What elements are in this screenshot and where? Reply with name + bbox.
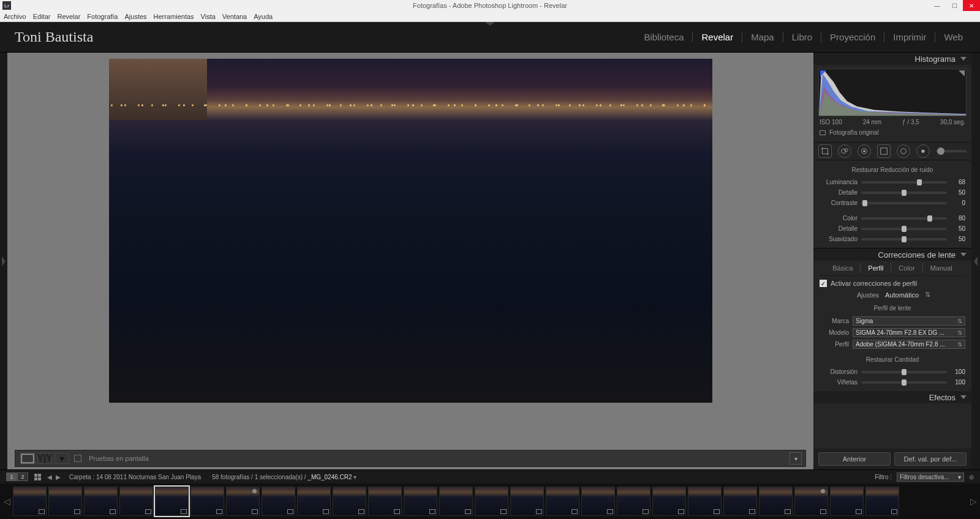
module-web[interactable]: Web — [935, 32, 963, 42]
loupe-view-button[interactable] — [20, 453, 35, 464]
filmstrip-thumbnail[interactable] — [581, 487, 615, 516]
menu-ventana[interactable]: Ventana — [222, 13, 247, 20]
filmstrip-thumbnail[interactable] — [652, 487, 686, 516]
filmstrip-thumbnail[interactable] — [617, 487, 650, 516]
original-photo-checkbox[interactable] — [820, 130, 826, 135]
color-noise-label: Color — [820, 215, 858, 222]
menu-archivo[interactable]: Archivo — [4, 13, 26, 20]
filmstrip-thumbnail[interactable] — [155, 487, 189, 516]
enable-profile-label: Activar correcciones de perfil — [831, 280, 917, 287]
filmstrip-thumbnail[interactable] — [368, 487, 402, 516]
brand-select[interactable]: Sigma⇅ — [853, 316, 965, 326]
image-canvas[interactable] — [15, 59, 806, 447]
filmstrip-thumbnail[interactable] — [546, 487, 579, 516]
graduated-filter-button[interactable] — [877, 144, 891, 158]
filter-select[interactable]: Filtros desactiva...▾ — [897, 472, 964, 482]
top-panel-toggle-icon[interactable] — [485, 22, 495, 26]
effects-panel-header[interactable]: Efectos — [813, 391, 971, 403]
lens-panel-header[interactable]: Correcciones de lente — [813, 248, 971, 261]
filmstrip-thumbnail[interactable] — [865, 487, 899, 516]
module-mapa[interactable]: Mapa — [742, 32, 783, 42]
crop-tool-button[interactable] — [818, 144, 832, 158]
filter-lock-icon[interactable]: ⊘ — [969, 474, 974, 480]
filmstrip-thumbnail[interactable] — [830, 487, 864, 516]
filmstrip-thumbnail[interactable] — [723, 487, 757, 516]
filmstrip-thumbnail[interactable] — [119, 487, 153, 516]
menu-vista[interactable]: Vista — [201, 13, 216, 20]
menu-herramientas[interactable]: Herramientas — [154, 13, 194, 20]
previous-button[interactable]: Anterior — [818, 452, 891, 466]
color-noise-slider[interactable] — [861, 217, 947, 220]
luminance-noise-slider[interactable] — [861, 181, 947, 184]
menu-ajustes[interactable]: Ajustes — [124, 13, 146, 20]
before-after-split-button[interactable]: ▾ — [55, 453, 69, 464]
module-libro[interactable]: Libro — [783, 32, 821, 42]
window-close-button[interactable]: ✕ — [963, 0, 980, 11]
filmstrip-thumbnail[interactable] — [759, 487, 793, 516]
color-noise-slider[interactable] — [861, 238, 947, 241]
grid-view-icon[interactable] — [34, 474, 41, 480]
adjust-stepper-icon[interactable]: ⇅ — [925, 291, 928, 299]
module-proyección[interactable]: Proyección — [821, 32, 884, 42]
filmstrip-thumbnail[interactable] — [439, 487, 473, 516]
histogram-graph[interactable] — [818, 69, 967, 116]
luminance-noise-slider[interactable] — [861, 192, 947, 194]
left-panel-collapsed[interactable] — [0, 53, 7, 469]
filmstrip-scroll-left[interactable]: ◁ — [2, 496, 11, 506]
lens-tab-básica[interactable]: Básica — [825, 263, 861, 273]
monitor-tab-2[interactable]: 2 — [17, 472, 28, 481]
monitor-tab-1[interactable]: 1 — [6, 472, 17, 481]
luminance-noise-slider[interactable] — [861, 202, 947, 204]
filmstrip-thumbnail[interactable] — [226, 487, 260, 516]
lens-amount-slider[interactable] — [861, 371, 947, 373]
filmstrip-thumbnail[interactable] — [262, 487, 295, 516]
nav-back-button[interactable]: ◀ — [47, 474, 52, 480]
filmstrip-thumbnail[interactable] — [190, 487, 224, 516]
filmstrip-thumbnail[interactable] — [297, 487, 331, 516]
model-select[interactable]: SIGMA 24-70mm F2.8 EX DG ...⇅ — [853, 328, 965, 337]
app-header: Toni Bautista BibliotecaRevelarMapaLibro… — [0, 22, 980, 53]
filmstrip-thumbnail[interactable] — [48, 487, 82, 516]
adjust-select[interactable]: Automático — [885, 291, 919, 299]
lens-tab-manual[interactable]: Manual — [923, 263, 960, 273]
toolbar-options-button[interactable]: ▾ — [790, 452, 802, 465]
redeye-tool-button[interactable] — [858, 144, 871, 158]
module-biblioteca[interactable]: Biblioteca — [635, 32, 693, 42]
profile-select[interactable]: Adobe (SIGMA 24-70mm F2.8 ...⇅ — [853, 340, 965, 349]
lens-tab-perfil[interactable]: Perfil — [861, 263, 891, 273]
enable-profile-checkbox[interactable]: ✓ — [820, 280, 827, 287]
radial-filter-button[interactable] — [897, 144, 910, 158]
soft-proof-checkbox[interactable] — [74, 455, 81, 462]
filmstrip-thumbnail[interactable] — [688, 487, 722, 516]
filmstrip-thumbnail[interactable] — [333, 487, 366, 516]
lens-amount-slider[interactable] — [861, 381, 947, 384]
lens-tab-color[interactable]: Color — [891, 263, 922, 273]
module-imprimir[interactable]: Imprimir — [884, 32, 935, 42]
spot-removal-button[interactable] — [838, 144, 851, 158]
filmstrip-thumbnail[interactable] — [510, 487, 544, 516]
menu-editar[interactable]: Editar — [33, 13, 51, 20]
histogram-panel-header[interactable]: Histograma — [813, 53, 971, 65]
mask-overlay-slider[interactable] — [936, 150, 967, 152]
window-minimize-button[interactable]: — — [929, 0, 946, 11]
adjustment-brush-button[interactable] — [916, 144, 930, 158]
nav-forward-button[interactable]: ▶ — [56, 474, 61, 480]
color-noise-slider[interactable] — [861, 228, 947, 230]
filmstrip-scroll-right[interactable]: ▷ — [969, 496, 978, 506]
filmstrip-thumbnail[interactable] — [794, 487, 828, 516]
menu-revelar[interactable]: Revelar — [57, 13, 80, 20]
before-after-y-button[interactable]: Y|Y — [37, 453, 52, 464]
menu-fotografía[interactable]: Fotografía — [87, 13, 118, 20]
reset-defaults-button[interactable]: Def. val. por def... — [894, 452, 967, 466]
photo-count: 58 fotografías / 1 seleccionada(s) / — [212, 474, 306, 480]
menu-ayuda[interactable]: Ayuda — [254, 13, 273, 20]
filmstrip[interactable]: ◁ ▷ — [0, 484, 980, 519]
right-panel-toggle[interactable] — [971, 53, 980, 469]
filmstrip-thumbnail[interactable] — [475, 487, 508, 516]
folder-path[interactable]: Carpeta : 14 08 2011 Nocturnas San Juan … — [69, 474, 201, 480]
window-maximize-button[interactable]: ☐ — [946, 0, 963, 11]
filmstrip-thumbnail[interactable] — [404, 487, 437, 516]
filmstrip-thumbnail[interactable] — [13, 487, 47, 516]
filmstrip-thumbnail[interactable] — [84, 487, 118, 516]
module-revelar[interactable]: Revelar — [693, 32, 742, 42]
